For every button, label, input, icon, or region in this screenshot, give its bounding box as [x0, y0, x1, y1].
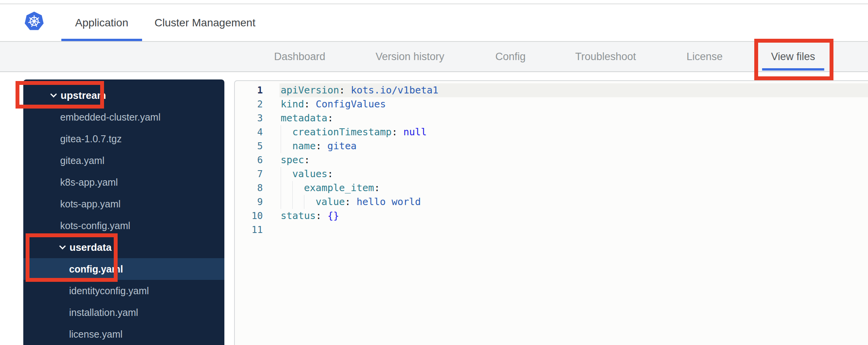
code-line-7: 7values: — [235, 167, 868, 181]
code-line-6: 6spec: — [235, 153, 868, 167]
file-label: identityconfig.yaml — [69, 280, 149, 302]
line-number: 2 — [235, 97, 263, 111]
subnav-tab-license[interactable]: License — [686, 42, 722, 71]
tree-item-gitea-yaml[interactable]: gitea.yaml — [23, 150, 224, 171]
subnav-tab-version-history[interactable]: Version history — [375, 42, 444, 71]
file-tree-sidebar: upstreamembedded-cluster.yamlgitea-1.0.7… — [23, 79, 224, 345]
code-content: value: hello world — [279, 195, 868, 209]
tree-item-installation-yaml[interactable]: installation.yaml — [23, 302, 224, 323]
code-content: apiVersion: kots.io/v1beta1 — [279, 83, 868, 97]
line-number: 4 — [235, 125, 263, 139]
tree-item-userdata[interactable]: userdata — [23, 236, 224, 258]
token-key: value — [316, 196, 345, 207]
token-value: gitea — [327, 140, 356, 152]
token-punc: : — [316, 140, 321, 152]
file-label: installation.yaml — [69, 302, 138, 323]
code-line-9: 9value: hello world — [235, 195, 868, 209]
file-label: config.yaml — [69, 258, 123, 280]
code-content: status: {} — [279, 209, 868, 223]
token-punc: : — [345, 196, 351, 207]
code-content: creationTimestamp: null — [279, 125, 868, 139]
token-plain — [321, 210, 327, 221]
line-number: 5 — [235, 139, 263, 153]
token-value: hello world — [356, 196, 421, 207]
file-label: license.yaml — [69, 323, 123, 345]
code-line-5: 5name: gitea — [235, 139, 868, 153]
line-number: 1 — [235, 83, 263, 97]
indent-guide — [292, 181, 304, 195]
token-key: metadata — [281, 112, 327, 124]
token-plain — [398, 126, 403, 138]
code-content: example_item: — [279, 181, 868, 195]
tree-item-identityconfig-yaml[interactable]: identityconfig.yaml — [23, 280, 224, 302]
line-number: 9 — [235, 195, 263, 209]
indent-guide — [304, 195, 316, 209]
tree-item-k8s-app-yaml[interactable]: k8s-app.yaml — [23, 171, 224, 193]
token-punc: : — [374, 182, 380, 193]
token-key: apiVersion — [281, 85, 339, 96]
code-line-1: 1apiVersion: kots.io/v1beta1 — [235, 83, 868, 97]
indent-guide — [281, 167, 292, 181]
subnav-tab-troubleshoot[interactable]: Troubleshoot — [575, 42, 636, 71]
token-key: spec — [281, 154, 304, 166]
token-punc: : — [304, 154, 310, 166]
subnav-tab-dashboard[interactable]: Dashboard — [274, 42, 325, 71]
code-line-2: 2kind: ConfigValues — [235, 97, 868, 111]
token-plain — [345, 85, 351, 96]
indent-guide — [281, 125, 292, 139]
tree-item-upstream[interactable]: upstream — [23, 85, 224, 106]
token-key: example_item — [304, 182, 374, 193]
token-atom: null — [403, 126, 427, 138]
indent-guide — [292, 195, 304, 209]
topnav-active-underline — [61, 39, 142, 41]
code-content: spec: — [279, 153, 868, 167]
kots-admin-console: ApplicationCluster Management DashboardV… — [0, 0, 868, 345]
code-content: values: — [279, 167, 868, 181]
editor-lines: 1apiVersion: kots.io/v1beta12kind: Confi… — [235, 83, 868, 237]
code-content — [279, 223, 868, 237]
file-label: gitea.yaml — [60, 150, 104, 171]
file-label: k8s-app.yaml — [60, 171, 118, 193]
subnav: DashboardVersion historyConfigTroublesho… — [0, 42, 868, 72]
line-number: 11 — [235, 223, 263, 237]
code-content: metadata: — [279, 111, 868, 125]
yaml-editor[interactable]: 1apiVersion: kots.io/v1beta12kind: Confi… — [234, 80, 868, 345]
token-value: ConfigValues — [316, 98, 386, 110]
code-line-10: 10status: {} — [235, 209, 868, 223]
subnav-tab-view-files[interactable]: View files — [771, 42, 815, 71]
tree-item-kots-config-yaml[interactable]: kots-config.yaml — [23, 215, 224, 236]
tree-item-config-yaml[interactable]: config.yaml — [23, 258, 224, 280]
topnav-tab-application[interactable]: Application — [75, 4, 128, 41]
code-content: kind: ConfigValues — [279, 97, 868, 111]
subnav-tab-config[interactable]: Config — [495, 42, 526, 71]
token-atom: {} — [327, 210, 339, 221]
token-punc: : — [339, 85, 345, 96]
indent-guide — [281, 139, 292, 153]
line-number: 7 — [235, 167, 263, 181]
token-plain — [321, 140, 327, 152]
line-number: 10 — [235, 209, 263, 223]
token-punc: : — [327, 112, 333, 124]
token-key: kind — [281, 98, 304, 110]
file-label: kots-config.yaml — [60, 215, 130, 236]
folder-label: upstream — [61, 85, 106, 106]
tree-item-kots-app-yaml[interactable]: kots-app.yaml — [23, 193, 224, 215]
tree-item-embedded-cluster-yaml[interactable]: embedded-cluster.yaml — [23, 106, 224, 128]
token-plain — [351, 196, 356, 207]
tree-item-license-yaml[interactable]: license.yaml — [23, 323, 224, 345]
chevron-down-icon — [51, 95, 61, 97]
folder-label: userdata — [69, 236, 111, 258]
code-line-3: 3metadata: — [235, 111, 868, 125]
tree-item-gitea-1-0-7-tgz[interactable]: gitea-1.0.7.tgz — [23, 128, 224, 150]
topnav-tab-cluster-management[interactable]: Cluster Management — [155, 4, 255, 41]
token-value: kots.io/v1beta1 — [351, 85, 439, 96]
topnav: ApplicationCluster Management — [0, 4, 868, 42]
token-key: name — [292, 140, 316, 152]
code-line-11: 11 — [235, 223, 868, 237]
token-punc: : — [304, 98, 310, 110]
indent-guide — [281, 181, 292, 195]
line-number: 8 — [235, 181, 263, 195]
file-label: embedded-cluster.yaml — [60, 106, 160, 128]
line-number: 6 — [235, 153, 263, 167]
token-punc: : — [316, 210, 321, 221]
